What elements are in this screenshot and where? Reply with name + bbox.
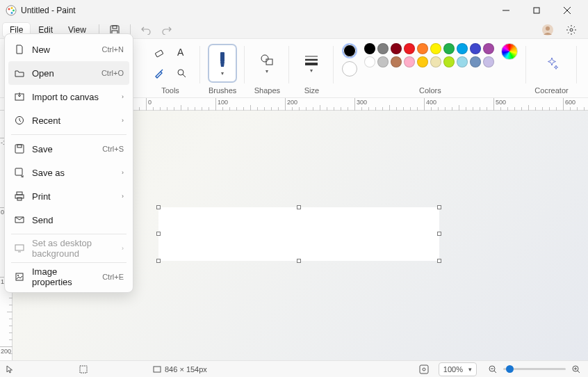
resize-handle[interactable] xyxy=(156,205,161,209)
edit-colors-button[interactable] xyxy=(501,43,518,60)
minimize-button[interactable] xyxy=(491,0,521,21)
file-menu-new[interactable]: New Ctrl+N xyxy=(8,38,129,61)
user-account-icon[interactable] xyxy=(538,22,557,38)
resize-handle[interactable] xyxy=(297,259,301,263)
color-swatch[interactable] xyxy=(430,56,441,67)
color-swatch[interactable] xyxy=(483,56,494,67)
magnifier-tool[interactable] xyxy=(171,63,192,83)
maximize-button[interactable] xyxy=(521,0,552,21)
color-swatch[interactable] xyxy=(470,56,481,67)
file-menu-import[interactable]: Import to canvas › xyxy=(8,85,129,109)
color-swatch[interactable] xyxy=(364,56,375,67)
chevron-right-icon: › xyxy=(122,193,124,200)
chevron-right-icon: › xyxy=(122,169,124,176)
file-menu-save-as[interactable]: Save as › xyxy=(8,161,129,184)
zoom-out-button[interactable] xyxy=(487,363,499,376)
color-swatch[interactable] xyxy=(391,56,402,67)
svg-rect-33 xyxy=(15,245,24,250)
color-swatch[interactable] xyxy=(417,56,428,67)
ribbon-label-shapes: Shapes xyxy=(254,86,280,97)
zoom-slider-thumb[interactable] xyxy=(506,365,514,373)
resize-handle[interactable] xyxy=(156,232,161,236)
svg-point-14 xyxy=(570,29,573,31)
color-swatch[interactable] xyxy=(377,56,389,67)
svg-text:A: A xyxy=(177,47,184,58)
image-size: 846 × 154px xyxy=(153,365,207,374)
color-swatch[interactable] xyxy=(404,56,415,67)
primary-color-swatch[interactable] xyxy=(342,43,357,58)
file-menu-open[interactable]: Open Ctrl+O xyxy=(8,61,129,85)
svg-rect-36 xyxy=(80,366,87,373)
send-icon xyxy=(14,214,25,225)
svg-rect-15 xyxy=(155,50,163,57)
color-swatch[interactable] xyxy=(430,43,441,54)
chevron-down-icon: ▾ xyxy=(266,68,268,74)
svg-line-42 xyxy=(494,371,496,373)
new-file-icon xyxy=(14,44,25,55)
undo-button[interactable] xyxy=(136,22,156,38)
eraser-tool[interactable] xyxy=(149,42,170,63)
svg-point-17 xyxy=(178,70,183,75)
color-swatch[interactable] xyxy=(391,43,402,54)
close-button[interactable] xyxy=(552,0,582,21)
desktop-icon xyxy=(14,243,25,254)
file-menu-properties[interactable]: Image properties Ctrl+E xyxy=(8,265,129,289)
text-tool[interactable]: A xyxy=(171,42,192,63)
import-icon xyxy=(14,91,25,102)
selection-size xyxy=(79,365,88,374)
color-picker-tool[interactable] xyxy=(149,63,170,83)
ribbon-group-colors: Colors xyxy=(334,42,526,97)
zoom-slider-track[interactable] xyxy=(503,368,566,370)
color-swatch[interactable] xyxy=(457,56,468,67)
resize-handle[interactable] xyxy=(437,259,441,263)
shapes-tool[interactable]: ▾ xyxy=(253,45,281,82)
layers-button[interactable] xyxy=(585,45,588,82)
save-as-icon xyxy=(14,167,25,178)
file-menu-set-background: Set as desktop background › xyxy=(8,236,129,260)
color-swatch[interactable] xyxy=(483,43,494,54)
save-icon xyxy=(14,143,25,154)
file-menu-print[interactable]: Print › xyxy=(8,184,129,208)
canvas[interactable] xyxy=(158,207,439,261)
color-swatch[interactable] xyxy=(443,43,455,54)
color-swatch[interactable] xyxy=(377,43,389,54)
color-swatch[interactable] xyxy=(404,43,415,54)
zoom-level-combo[interactable]: 100% ▾ xyxy=(439,362,477,376)
file-menu-recent[interactable]: Recent › xyxy=(8,109,129,132)
window-title: Untitled - Paint xyxy=(21,6,76,15)
svg-point-1 xyxy=(8,8,10,10)
recent-icon xyxy=(14,115,25,126)
cursor-position xyxy=(6,365,14,374)
ribbon-label-brushes: Brushes xyxy=(209,86,236,97)
svg-point-39 xyxy=(423,368,425,371)
ribbon-label-colors: Colors xyxy=(419,86,441,97)
size-tool[interactable]: ▾ xyxy=(297,45,325,82)
resize-handle[interactable] xyxy=(437,232,441,236)
color-swatch[interactable] xyxy=(443,56,455,67)
redo-button[interactable] xyxy=(157,22,177,38)
resize-handle[interactable] xyxy=(297,205,301,209)
svg-point-20 xyxy=(261,55,268,62)
svg-point-13 xyxy=(546,26,550,31)
svg-rect-10 xyxy=(113,26,117,29)
zoom-in-button[interactable] xyxy=(570,363,582,376)
secondary-color-swatch[interactable] xyxy=(342,61,357,77)
title-bar: Untitled - Paint xyxy=(0,0,588,21)
color-swatch[interactable] xyxy=(417,43,428,54)
svg-point-3 xyxy=(13,10,15,12)
color-swatch[interactable] xyxy=(470,43,481,54)
svg-rect-19 xyxy=(220,52,224,62)
resize-handle[interactable] xyxy=(437,205,441,209)
color-swatch[interactable] xyxy=(364,43,375,54)
brush-tool[interactable]: ▾ xyxy=(209,45,236,82)
svg-rect-6 xyxy=(534,8,539,13)
resize-handle[interactable] xyxy=(156,259,161,263)
cocreator-button[interactable] xyxy=(538,45,566,82)
svg-rect-29 xyxy=(15,168,22,175)
file-menu-send[interactable]: Send xyxy=(8,208,129,232)
properties-icon xyxy=(14,271,25,282)
file-menu-save[interactable]: Save Ctrl+S xyxy=(8,137,129,161)
fit-to-window-button[interactable] xyxy=(419,364,429,374)
settings-icon[interactable] xyxy=(562,22,581,38)
color-swatch[interactable] xyxy=(457,43,468,54)
